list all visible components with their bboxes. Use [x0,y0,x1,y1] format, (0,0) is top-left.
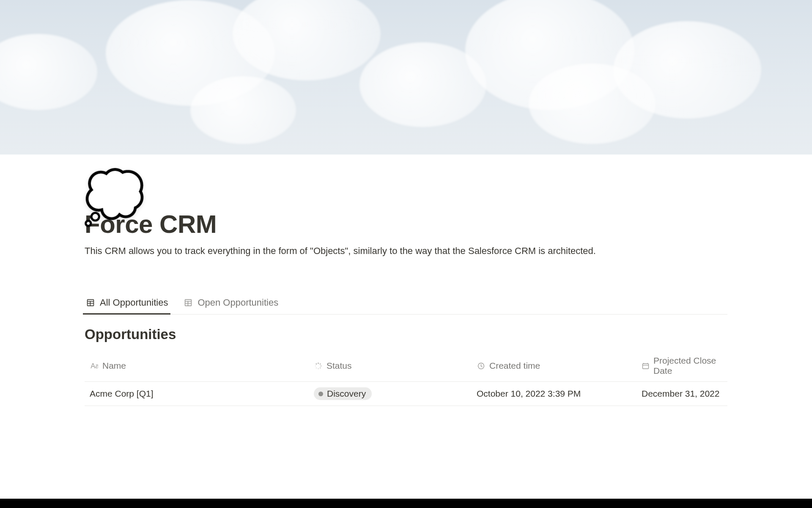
title-property-icon: Aa [90,362,99,370]
cell-name[interactable]: Acme Corp [Q1] [85,383,309,404]
table-icon [183,298,193,308]
svg-point-7 [315,366,315,366]
tab-label: Open Opportunities [198,297,278,308]
column-header-projected-close-date[interactable]: Projected Close Date [636,350,727,381]
column-header-created-time[interactable]: Created time [472,350,636,381]
table-header-row: Aa Name Status Created time Pr [85,350,727,382]
opportunities-table: Aa Name Status Created time Pr [85,350,727,406]
page-cover[interactable] [0,0,812,155]
column-label: Name [102,361,126,371]
row-name-text: Acme Corp [Q1] [90,389,154,399]
page-icon[interactable]: 💭 [82,171,146,222]
svg-point-2 [320,363,321,364]
svg-point-6 [316,367,316,368]
calendar-icon [642,362,650,370]
svg-point-3 [321,365,321,366]
column-label: Created time [489,361,540,371]
page-description[interactable]: This CRM allows you to track everything … [85,244,677,258]
tab-label: All Opportunities [100,297,168,308]
column-label: Projected Close Date [653,356,722,376]
created-time-text: October 10, 2022 3:39 PM [477,389,581,399]
cell-created-time[interactable]: October 10, 2022 3:39 PM [472,383,636,404]
bottom-bar [0,499,812,508]
database-title[interactable]: Opportunities [85,326,727,342]
cell-status[interactable]: Discovery [309,382,472,406]
svg-point-4 [320,367,321,368]
table-icon [85,298,96,308]
column-header-name[interactable]: Aa Name [85,350,309,381]
page-title[interactable]: Force CRM [85,210,727,239]
view-tabs: All Opportunities Open Opportunities [85,293,727,315]
status-text: Discovery [327,389,366,399]
svg-point-1 [318,362,319,364]
status-dot-icon [318,392,323,396]
table-row[interactable]: Acme Corp [Q1] Discovery October 10, 202… [85,382,727,406]
status-badge: Discovery [314,387,372,400]
tab-open-opportunities[interactable]: Open Opportunities [182,293,279,314]
column-header-status[interactable]: Status [309,350,472,381]
status-property-icon [314,362,323,370]
svg-point-8 [316,363,317,364]
column-label: Status [326,361,352,371]
svg-text:Aa: Aa [91,362,98,370]
projected-date-text: December 31, 2022 [642,389,719,399]
svg-point-5 [318,368,319,369]
tab-all-opportunities[interactable]: All Opportunities [85,293,169,314]
cell-projected-close-date[interactable]: December 31, 2022 [636,383,727,404]
clock-icon [477,362,486,370]
